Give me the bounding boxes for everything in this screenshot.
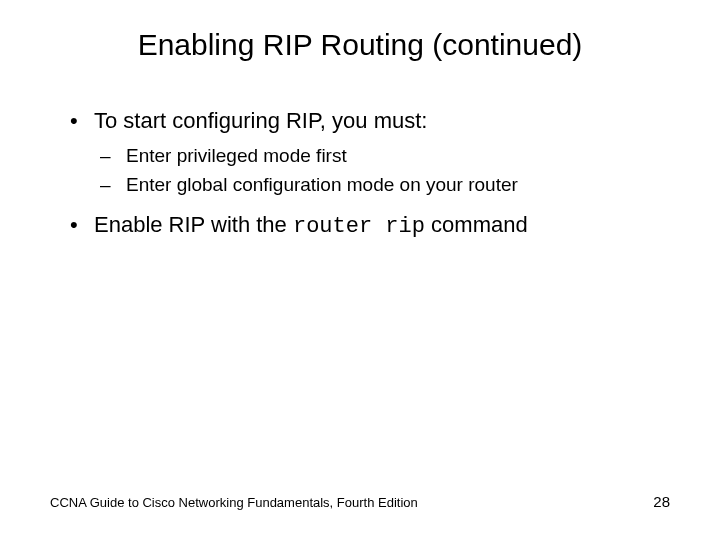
slide-content: To start configuring RIP, you must: Ente… [50, 104, 670, 243]
sub-bullet-item: Enter privileged mode first [100, 143, 670, 170]
slide-container: Enabling RIP Routing (continued) To star… [0, 0, 720, 540]
bullet-text-prefix: Enable RIP with the [94, 212, 293, 237]
bullet-text-suffix: command [425, 212, 528, 237]
slide-title: Enabling RIP Routing (continued) [50, 28, 670, 62]
page-number: 28 [653, 493, 670, 510]
footer-text: CCNA Guide to Cisco Networking Fundament… [50, 495, 418, 510]
inline-code: router rip [293, 214, 425, 239]
slide-footer: CCNA Guide to Cisco Networking Fundament… [50, 493, 670, 510]
sub-bullet-list: Enter privileged mode first Enter global… [70, 143, 670, 198]
bullet-item: Enable RIP with the router rip command [70, 208, 670, 243]
bullet-item: To start configuring RIP, you must: [70, 104, 670, 137]
sub-bullet-item: Enter global configuration mode on your … [100, 172, 670, 199]
